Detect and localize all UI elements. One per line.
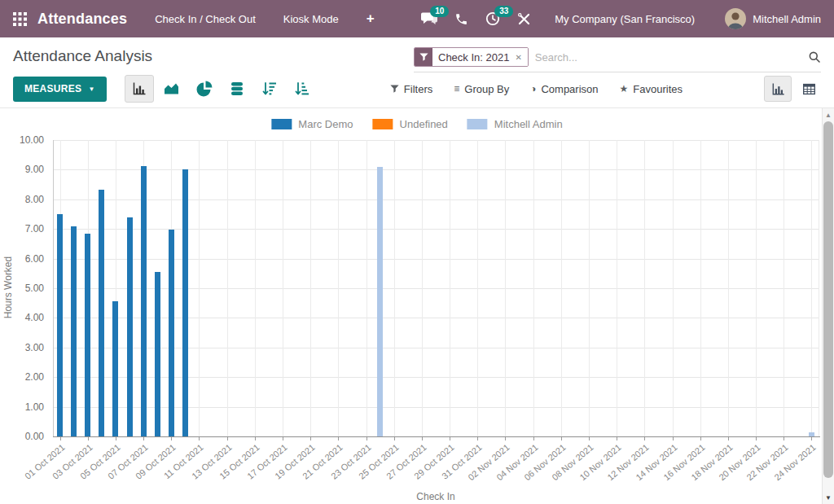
- user-menu[interactable]: Mitchell Admin: [725, 8, 821, 29]
- v-gridline: [617, 140, 617, 436]
- pivot-view-icon: [802, 82, 816, 96]
- legend-swatch: [373, 119, 393, 129]
- bar-marc-demo[interactable]: [85, 234, 90, 436]
- search-input[interactable]: [535, 51, 801, 64]
- sort-descending-button[interactable]: [255, 75, 284, 103]
- activities-button[interactable]: 33: [485, 11, 500, 26]
- app-name[interactable]: Attendances: [37, 11, 127, 28]
- company-menu[interactable]: My Company (San Francisco): [555, 13, 695, 25]
- graph-view-icon: [770, 81, 786, 97]
- calls-button[interactable]: [454, 12, 468, 26]
- bar-marc-demo[interactable]: [99, 190, 104, 436]
- v-gridline: [533, 140, 534, 436]
- chart-toolbar-right: Filters ≡ Group By ◑ Comparison ★ Favour…: [390, 76, 821, 102]
- search-facet-label: Check In: 2021: [432, 48, 515, 66]
- y-axis-line: [53, 140, 54, 436]
- y-tick-label: 0.00: [7, 431, 44, 442]
- bar-mitchell-admin[interactable]: [377, 167, 383, 436]
- legend-item-marc-demo[interactable]: Marc Demo: [271, 118, 353, 130]
- legend-label: Mitchell Admin: [494, 118, 563, 130]
- x-tick-label: 01 Oct 2021: [15, 442, 66, 487]
- view-switcher: [764, 76, 821, 102]
- bar-marc-demo[interactable]: [155, 272, 160, 436]
- y-tick-label: 1.00: [7, 401, 44, 413]
- y-tick-label: 2.00: [7, 371, 44, 383]
- bar-marc-demo[interactable]: [141, 166, 147, 436]
- v-gridline: [673, 140, 674, 436]
- menu-kiosk-mode[interactable]: Kiosk Mode: [283, 13, 339, 25]
- plot-right-edge: [819, 140, 819, 436]
- menu-check-in-check-out[interactable]: Check In / Check Out: [155, 13, 256, 25]
- vertical-scrollbar[interactable]: ▲ ▼: [822, 108, 834, 504]
- bar-chart-mode-button[interactable]: [125, 75, 154, 103]
- v-gridline: [700, 140, 701, 436]
- bar-marc-demo[interactable]: [127, 217, 133, 436]
- pie-chart-mode-button[interactable]: [190, 75, 219, 103]
- bar-marc-demo[interactable]: [71, 226, 77, 436]
- scrollbar-thumb[interactable]: [823, 121, 833, 478]
- v-gridline: [394, 140, 395, 436]
- top-navbar: Attendances Check In / Check Out Kiosk M…: [0, 0, 834, 37]
- facet-close-icon[interactable]: ✕: [515, 48, 527, 66]
- group-by-menu[interactable]: ≡ Group By: [454, 83, 509, 95]
- navbar-menus: Check In / Check Out Kiosk Mode +: [155, 11, 374, 27]
- x-axis-line: [53, 436, 820, 437]
- chart-toolbar-left: MEASURES ▼: [13, 75, 317, 103]
- scroll-up-icon[interactable]: ▲: [823, 112, 834, 119]
- tools-icon: [517, 12, 531, 26]
- y-tick-label: 9.00: [7, 164, 44, 175]
- filter-funnel-icon: [415, 48, 432, 66]
- area-chart-icon: [163, 81, 180, 97]
- plus-menu-button[interactable]: +: [367, 11, 375, 27]
- sort-ascending-button[interactable]: [288, 75, 317, 103]
- scroll-down-icon[interactable]: ▼: [823, 494, 834, 502]
- chart-type-group: [125, 75, 317, 103]
- comparison-icon: ◑: [530, 83, 536, 94]
- v-gridline: [367, 140, 367, 436]
- control-panel: Attendance Analysis Check In: 2021 ✕: [0, 37, 834, 108]
- v-gridline: [505, 140, 506, 436]
- v-gridline: [199, 140, 200, 436]
- search-icon[interactable]: [808, 50, 821, 64]
- h-gridline: [53, 199, 819, 200]
- pivot-view-button[interactable]: [797, 76, 821, 102]
- comparison-menu[interactable]: ◑ Comparison: [530, 83, 598, 95]
- legend-item-undefined[interactable]: Undefined: [373, 118, 448, 130]
- bar-chart-icon: [131, 81, 147, 97]
- sort-desc-icon: [261, 81, 278, 97]
- apps-menu-button[interactable]: [13, 12, 27, 26]
- legend-swatch: [467, 119, 488, 129]
- debug-tools-button[interactable]: [517, 12, 531, 26]
- bar-marc-demo[interactable]: [169, 230, 174, 436]
- filters-funnel-icon: [390, 85, 399, 94]
- search-facet[interactable]: Check In: 2021 ✕: [414, 47, 529, 67]
- group-by-icon: ≡: [454, 83, 459, 94]
- pie-chart-icon: [196, 81, 213, 97]
- line-chart-mode-button[interactable]: [157, 75, 187, 103]
- favourites-star-icon: ★: [620, 83, 629, 94]
- h-gridline: [53, 140, 819, 141]
- v-gridline: [422, 140, 423, 436]
- stacked-toggle-button[interactable]: [222, 75, 252, 103]
- v-gridline: [561, 140, 562, 436]
- measures-button[interactable]: MEASURES ▼: [13, 77, 107, 102]
- navbar-left: Attendances Check In / Check Out Kiosk M…: [13, 11, 375, 28]
- bar-marc-demo[interactable]: [57, 214, 63, 436]
- v-gridline: [338, 140, 339, 436]
- legend-item-mitchell-admin[interactable]: Mitchell Admin: [467, 118, 563, 130]
- y-axis-title: Hours Worked: [2, 239, 14, 336]
- favourites-menu[interactable]: ★ Favourites: [620, 83, 683, 95]
- legend-swatch: [271, 119, 292, 129]
- y-tick-label: 10.00: [7, 134, 44, 146]
- messages-button[interactable]: 10: [421, 11, 437, 26]
- bar-marc-demo[interactable]: [182, 169, 188, 436]
- graph-view-button[interactable]: [764, 76, 792, 102]
- y-tick-label: 8.00: [7, 194, 44, 205]
- v-gridline: [227, 140, 228, 436]
- apps-grid-icon: [13, 12, 27, 26]
- bar-mitchell-admin[interactable]: [809, 432, 814, 436]
- bar-marc-demo[interactable]: [112, 301, 118, 436]
- filters-menu[interactable]: Filters: [390, 83, 432, 95]
- caret-down-icon: ▼: [88, 85, 94, 93]
- v-gridline: [255, 140, 256, 436]
